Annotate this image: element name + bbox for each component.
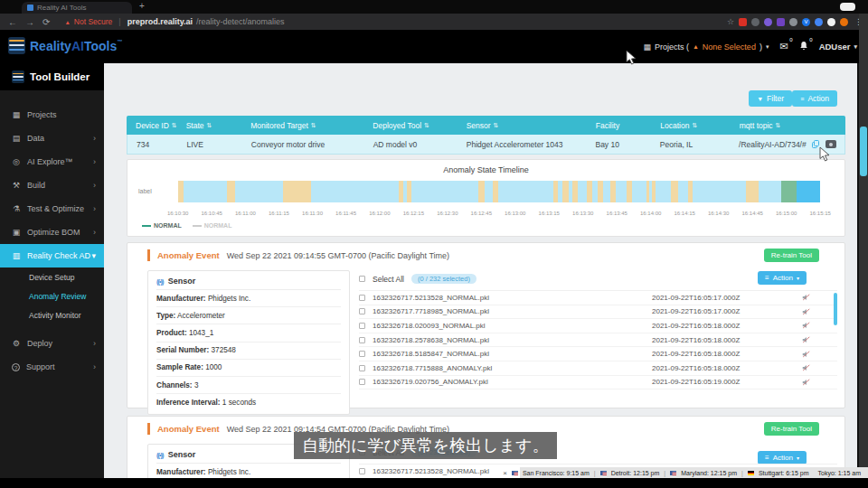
action-button[interactable]: ≡ Action	[792, 90, 837, 107]
forward-icon[interactable]: →	[25, 17, 34, 27]
chevron-right-icon: ›	[93, 134, 96, 143]
extension-icon[interactable]: V	[802, 18, 810, 26]
file-list-scrollbar[interactable]	[834, 293, 837, 325]
projects-selector[interactable]: ▦ Projects ( ▲ None Selected ) ▾	[643, 42, 769, 52]
column-state[interactable]: State⇅	[177, 121, 242, 130]
column-monitored-target[interactable]: Monitored Target⇅	[241, 121, 363, 130]
timeline-bar[interactable]	[178, 181, 820, 202]
file-row[interactable]: 1632326719.020756_ANOMALY.pkl2021-09-22T…	[359, 376, 837, 390]
video-overlay-control[interactable]	[840, 3, 855, 11]
mute-audio-icon[interactable]	[802, 364, 810, 371]
user-caret-icon: ▾	[854, 43, 857, 51]
file-checkbox[interactable]	[359, 468, 365, 474]
extension-icon[interactable]	[777, 18, 785, 26]
sidebar-item-activity-monitor[interactable]: Activity Monitor	[0, 305, 104, 324]
mute-audio-icon[interactable]	[802, 294, 810, 301]
mute-audio-icon[interactable]	[802, 351, 810, 358]
sort-icon: ⇅	[424, 122, 429, 129]
select-all-checkbox[interactable]	[359, 276, 365, 282]
reality-ai-logo: RealityAITools™	[8, 37, 122, 54]
chevron-right-icon: ›	[93, 157, 96, 166]
sidebar-item-device-setup[interactable]: Device Setup	[0, 267, 104, 286]
extension-icon[interactable]	[764, 18, 772, 26]
url-divider: |	[118, 17, 120, 26]
file-row[interactable]: 1632326718.7715888_ANOMALY.pkl2021-09-22…	[359, 361, 837, 376]
sensor-field: Type: Accelerometer	[156, 307, 341, 324]
copy-icon[interactable]	[812, 140, 819, 148]
file-checkbox[interactable]	[359, 323, 365, 329]
file-row[interactable]: 1632326717.5213528_NORMAL.pkl2021-09-22T…	[359, 291, 837, 305]
file-checkbox[interactable]	[359, 379, 365, 385]
column-location[interactable]: Location⇅	[651, 121, 730, 130]
retrain-tool-button[interactable]: Re-train Tool	[764, 249, 819, 262]
mute-audio-icon[interactable]	[802, 379, 810, 386]
messages-button[interactable]: ✉ 0	[779, 41, 788, 52]
retrain-tool-button[interactable]: Re-train Tool	[764, 422, 819, 436]
sidebar-item-projects[interactable]: ▦ Projects	[0, 103, 104, 127]
extension-icon[interactable]	[815, 18, 823, 26]
reload-icon[interactable]: ⟳	[42, 17, 50, 27]
legend-item-normal[interactable]: NORMAL	[142, 222, 182, 229]
sensor-heading: ((•)) Sensor	[156, 273, 341, 290]
notifications-button[interactable]: 0	[799, 41, 808, 52]
sidebar-item-reality-check-ad[interactable]: ▥ Reality Check AD ▾	[0, 244, 104, 267]
page-scrollbar[interactable]	[859, 14, 868, 488]
extension-icon[interactable]	[789, 18, 797, 26]
sidebar-item-deploy[interactable]: ⚙ Deploy ›	[0, 332, 104, 355]
mute-audio-icon[interactable]	[802, 336, 810, 343]
sidebar-item-ai-explore[interactable]: ◎ AI Explore™ ›	[0, 150, 104, 174]
main-content: ▼ Filter ≡ Action Device ID⇅ State⇅ Moni…	[104, 63, 857, 478]
column-deployed-tool[interactable]: Deployed Tool⇅	[363, 121, 457, 130]
file-checkbox[interactable]	[359, 337, 365, 343]
subtitle-overlay: 自動的に学び異常を検出します。	[294, 432, 557, 459]
file-checkbox[interactable]	[359, 308, 365, 314]
page-scrollbar-thumb[interactable]	[860, 127, 867, 176]
sidebar-item-support[interactable]: ? Support ›	[0, 355, 104, 379]
close-icon[interactable]: ×	[503, 469, 507, 477]
file-checkbox[interactable]	[359, 365, 365, 371]
file-checkbox[interactable]	[359, 295, 365, 301]
sidebar-item-test-optimize[interactable]: ⚗ Test & Optimize ›	[0, 197, 104, 221]
bookmark-star-icon[interactable]: ☆	[727, 17, 734, 26]
device-row[interactable]: 734 LIVE Conveyor motor drive AD model v…	[127, 135, 845, 155]
sidebar-item-optimize-bom[interactable]: ▣ Optimize BOM ›	[0, 221, 104, 244]
column-sensor[interactable]: Sensor⇅	[458, 121, 587, 130]
new-tab-button[interactable]: +	[139, 1, 145, 11]
chevron-right-icon: ›	[93, 204, 96, 213]
file-checkbox[interactable]	[359, 351, 365, 357]
user-menu[interactable]: ADUser ▾	[819, 42, 857, 52]
extension-icon[interactable]	[739, 18, 747, 26]
mute-audio-icon[interactable]	[802, 308, 810, 315]
files-action-button[interactable]: ≡ Action ▾	[758, 451, 807, 465]
file-row[interactable]: 1632326718.5185847_NORMAL.pkl2021-09-22T…	[359, 347, 837, 361]
tool-builder-header: Tool Builder	[0, 63, 104, 90]
extension-icon[interactable]	[751, 18, 760, 26]
sidebar-item-anomaly-review[interactable]: Anomaly Review	[0, 286, 104, 305]
extension-icon[interactable]	[827, 18, 835, 26]
bottom-black-bar	[0, 478, 868, 488]
url-box[interactable]: ▲ Not Secure | preprod.reality.ai /reali…	[64, 17, 284, 26]
file-row[interactable]: 1632326717.7718985_NORMAL.pkl2021-09-22T…	[359, 305, 837, 320]
column-mqtt-topic[interactable]: mqtt topic⇅	[731, 121, 845, 130]
reality-ai-logo-icon	[8, 37, 25, 54]
file-row[interactable]: 1632326718.2578638_NORMAL.pkl2021-09-22T…	[359, 333, 837, 348]
extension-avatar-icon[interactable]	[840, 18, 848, 26]
bom-icon: ▣	[12, 228, 21, 237]
files-action-button[interactable]: ≡ Action ▾	[758, 271, 807, 285]
mute-audio-icon[interactable]	[802, 322, 810, 329]
anomaly-event-card: Anomaly Event Wed Sep 22 2021 09:14:55 G…	[127, 242, 845, 408]
hamburger-icon: ≡	[800, 96, 804, 102]
file-list: 1632326717.5213528_NORMAL.pkl2021-09-22T…	[359, 290, 837, 389]
filter-button[interactable]: ▼ Filter	[749, 90, 792, 107]
browser-tab[interactable]: Reality AI Tools	[22, 2, 132, 14]
chevron-right-icon: ›	[93, 362, 96, 371]
sidebar-item-data[interactable]: ▤ Data ›	[0, 127, 104, 150]
column-device-id[interactable]: Device ID⇅	[127, 121, 177, 130]
projects-caret-icon: ▾	[766, 43, 769, 51]
sidebar-item-build[interactable]: ⚒ Build ›	[0, 174, 104, 197]
column-facility[interactable]: Facility	[587, 121, 652, 130]
legend-item-normal-muted[interactable]: NORMAL	[193, 222, 232, 229]
device-table-header: Device ID⇅ State⇅ Monitored Target⇅ Depl…	[127, 116, 845, 135]
back-icon[interactable]: ←	[8, 17, 17, 27]
file-row[interactable]: 1632326718.020093_NORMAL.pkl2021-09-22T1…	[359, 319, 837, 333]
